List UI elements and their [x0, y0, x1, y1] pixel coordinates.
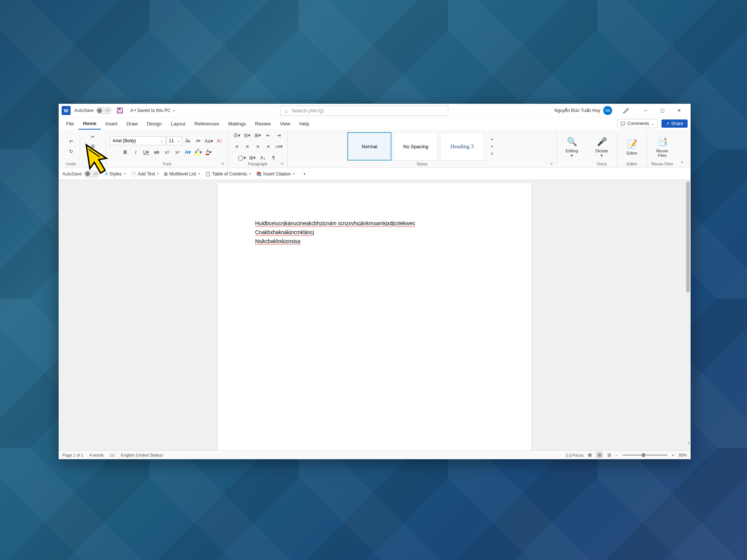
tab-file[interactable]: File	[62, 118, 78, 130]
decrease-indent-icon[interactable]: ⇤	[263, 131, 273, 140]
zoom-out-button[interactable]: −	[616, 453, 618, 457]
quick-add-text[interactable]: 📄Add Text	[131, 171, 159, 177]
superscript-button[interactable]: x2	[173, 147, 182, 156]
tab-home[interactable]: Home	[78, 118, 101, 130]
font-color-button[interactable]: A▾	[204, 147, 214, 156]
style-no-spacing[interactable]: No Spacing	[394, 132, 438, 161]
quick-citation[interactable]: 📚Insert Citation	[256, 171, 295, 177]
status-bar: Page 1 of 1 4 words 📖 English (United St…	[59, 450, 691, 459]
font-size-combo[interactable]: 11	[167, 136, 182, 145]
increase-indent-icon[interactable]: ⇥	[274, 131, 283, 140]
svg-rect-1	[118, 108, 121, 110]
title-bar: W AutoSave Off A • Saved to this PC Sear…	[59, 104, 691, 118]
tab-design[interactable]: Design	[142, 118, 166, 130]
spellcheck-icon[interactable]: 📖	[110, 452, 115, 457]
italic-button[interactable]: I	[131, 147, 140, 156]
focus-mode[interactable]: [◻] Focus	[566, 453, 583, 457]
zoom-slider[interactable]	[623, 455, 667, 455]
doc-line-2[interactable]: Cnakbxhaknákjncmkláncj	[255, 229, 494, 235]
avatar[interactable]: NĐ	[603, 106, 612, 115]
editing-group-label	[561, 161, 583, 167]
highlight-button[interactable]: 🖍▾	[193, 147, 203, 156]
scrollbar-thumb[interactable]	[686, 181, 690, 293]
voice-label: Voice	[591, 161, 613, 167]
align-right-icon[interactable]: ≡	[253, 142, 263, 151]
tab-draw[interactable]: Draw	[122, 118, 142, 130]
save-icon[interactable]	[116, 107, 124, 114]
share-button[interactable]: Share	[661, 119, 688, 128]
tab-mailings[interactable]: Mailings	[224, 118, 251, 130]
tab-references[interactable]: References	[190, 118, 223, 130]
print-layout-icon[interactable]: ▤	[596, 452, 603, 458]
styles-label: Styles⇲	[291, 161, 553, 167]
magnifier-icon: 🔍	[567, 135, 577, 149]
web-layout-icon[interactable]: ▥	[607, 452, 611, 457]
grow-font-icon[interactable]: A▴	[183, 136, 193, 145]
styles-up-icon[interactable]: ▴	[487, 136, 497, 142]
comments-button[interactable]: Comments	[617, 119, 658, 128]
zoom-in-button[interactable]: +	[672, 453, 674, 457]
word-window: W AutoSave Off A • Saved to this PC Sear…	[59, 104, 691, 459]
zoom-level[interactable]: 80%	[679, 453, 687, 457]
justify-icon[interactable]: ≡	[263, 142, 273, 151]
font-name-combo[interactable]: Arial (Body)	[110, 136, 166, 145]
toggle-switch[interactable]: Off	[96, 107, 112, 114]
scroll-down-icon[interactable]: ▾	[688, 441, 690, 445]
text-effects-button[interactable]: A▾	[183, 147, 193, 156]
document-name[interactable]: A • Saved to this PC	[130, 108, 174, 113]
page[interactable]: Huidbceiucnjkánucineakcbhzjcnám scnzxvhc…	[218, 183, 531, 450]
toggle-knob	[97, 108, 102, 113]
change-case-button[interactable]: Aa▾	[204, 136, 214, 145]
vertical-scrollbar[interactable]: ▾	[685, 180, 691, 445]
strikethrough-button[interactable]: ab	[152, 147, 161, 156]
tab-insert[interactable]: Insert	[101, 118, 122, 130]
minimize-button[interactable]: ─	[637, 104, 654, 118]
quick-access-row: AutoSave Off AStyles 📄Add Text ⊞Multilev…	[59, 168, 691, 180]
clear-format-icon[interactable]: A⃠	[214, 136, 224, 145]
coming-soon-icon[interactable]	[617, 104, 634, 118]
tab-view[interactable]: View	[275, 118, 295, 130]
multilevel-button[interactable]: ⊞▾	[253, 131, 263, 140]
user-name[interactable]: Nguyễn Đức Tuấn Huy	[554, 108, 600, 113]
align-center-icon[interactable]: ≡	[242, 142, 252, 151]
align-left-icon[interactable]: ≡	[232, 142, 242, 151]
page-count[interactable]: Page 1 of 1	[62, 453, 83, 457]
svg-rect-2	[118, 111, 122, 113]
line-spacing-button[interactable]: ↕≡▾	[274, 142, 283, 151]
paragraph-label: Paragraph⇲	[232, 161, 283, 167]
doc-line-3[interactable]: Nsjkcbakbxkjsnxjsa	[255, 238, 494, 244]
quick-multilevel[interactable]: ⊞Multilevel List	[164, 171, 200, 177]
editor-icon: 📝	[627, 137, 637, 151]
maximize-button[interactable]: ▢	[654, 104, 671, 118]
quick-more[interactable]: ▾	[300, 169, 310, 178]
autosave-toggle[interactable]: AutoSave Off	[74, 107, 112, 114]
tab-help[interactable]: Help	[295, 118, 314, 130]
underline-button[interactable]: U▾	[141, 147, 151, 156]
document-canvas[interactable]: Huidbceiucnjkánucineakcbhzjcnám scnzxvhc…	[59, 180, 691, 450]
voice-group: 🎤 Dictate▾ Voice	[587, 132, 617, 167]
styles-more-icon[interactable]: ⊻	[487, 150, 497, 157]
search-input[interactable]: Search (Alt+Q)	[280, 106, 448, 116]
subscript-button[interactable]: x2	[162, 147, 172, 156]
editing-button[interactable]: 🔍 Editing▾	[561, 134, 583, 159]
language-status[interactable]: English (United States)	[121, 453, 163, 457]
quick-toc[interactable]: 📋Table of Contents	[205, 171, 251, 177]
close-button[interactable]: ✕	[671, 104, 688, 118]
word-count[interactable]: 4 words	[89, 453, 104, 457]
tab-review[interactable]: Review	[251, 118, 276, 130]
word-app-icon: W	[62, 106, 71, 115]
styles-down-icon[interactable]: ▾	[487, 143, 497, 150]
collapse-ribbon-icon[interactable]: ⌄	[677, 156, 687, 165]
reuse-files-button[interactable]: 📑 Reuse Files	[651, 134, 673, 159]
editor-button[interactable]: 📝 Editor	[621, 136, 643, 157]
style-heading-3[interactable]: Heading 3	[440, 132, 484, 161]
numbering-button[interactable]: ⊟▾	[242, 131, 252, 140]
read-mode-icon[interactable]: ▦	[588, 452, 592, 457]
bold-button[interactable]: B	[120, 147, 130, 156]
style-normal[interactable]: Normal	[347, 132, 391, 161]
bullets-button[interactable]: ☰▾	[232, 131, 242, 140]
doc-line-1[interactable]: Huidbceiucnjkánucineakcbhzjcnám scnzxvhc…	[255, 220, 494, 226]
shrink-font-icon[interactable]: A▾	[193, 136, 203, 145]
tab-layout[interactable]: Layout	[166, 118, 190, 130]
dictate-button[interactable]: 🎤 Dictate▾	[591, 134, 613, 159]
